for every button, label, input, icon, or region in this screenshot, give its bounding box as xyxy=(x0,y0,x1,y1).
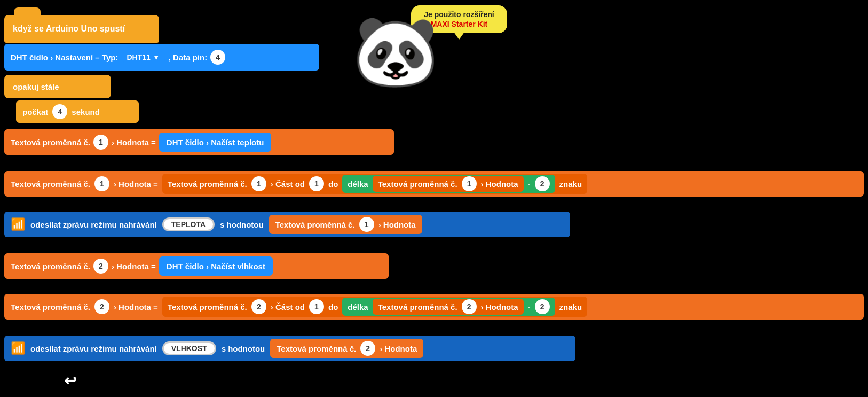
row2-green-prefix: délka xyxy=(348,180,368,189)
row5-suffix: znaku xyxy=(559,302,582,312)
row2-inner-num: 1 xyxy=(251,176,266,191)
row3-var-arrow: › Hodnota xyxy=(378,220,416,229)
row6-var-num: 2 xyxy=(360,341,375,356)
row4-dht-btn[interactable]: DHT čidlo › Načíst vlhkost xyxy=(159,256,273,276)
row1-arrow: › Hodnota = xyxy=(112,138,156,147)
row5-inner: Textová proměnná č. 2 › Část od 1 do dél… xyxy=(162,297,587,317)
row3-prefix: odesílat zprávu režimu nahrávání xyxy=(30,220,157,229)
row5-green-block: délka Textová proměnná č. 2 › Hodnota - … xyxy=(342,298,555,316)
row5-cast-label: › Část od xyxy=(271,302,305,312)
row4-arrow: › Hodnota = xyxy=(112,262,156,271)
row1-block[interactable]: Textová proměnná č. 1 › Hodnota = DHT či… xyxy=(4,129,394,155)
when-block[interactable]: když se Arduino Uno spustí xyxy=(4,15,159,43)
row5-val1: 1 xyxy=(309,299,324,314)
wait-block[interactable]: počkat 4 sekund xyxy=(16,100,139,123)
row6-var-prefix: Textová proměnná č. xyxy=(277,344,356,353)
dht-setup-content: DHT čidlo › Nastavení – Typ: DHT11 ▼ , D… xyxy=(11,50,225,65)
row6-prefix: odesílat zprávu režimu nahrávání xyxy=(30,344,157,353)
row2-val2: 2 xyxy=(535,176,550,191)
wifi-icon-2: 📶 xyxy=(11,341,25,355)
wait-label-start: počkat xyxy=(22,107,48,116)
row6-var-arrow: › Hodnota xyxy=(380,344,417,353)
return-arrow: ↩ xyxy=(64,372,76,390)
row4-num: 2 xyxy=(93,259,108,274)
row4-dht-label: DHT čidlo › Načíst vlhkost xyxy=(167,262,265,271)
row2-green-inner-label: Textová proměnná č. xyxy=(378,180,457,189)
row2-arrow1: › Hodnota = xyxy=(114,180,158,189)
row5-num1: 2 xyxy=(94,299,109,314)
row5-prefix: Textová proměnná č. xyxy=(11,302,90,312)
row1-num: 1 xyxy=(93,135,108,150)
row5-green-arrow: › Hodnota xyxy=(481,302,518,312)
row2-prefix: Textová proměnná č. xyxy=(11,180,90,189)
row5-inner-num: 2 xyxy=(251,299,266,314)
row5-inner-prefix: Textová proměnná č. xyxy=(168,302,247,312)
row2-green-num: 1 xyxy=(462,176,477,191)
dht-type-dropdown[interactable]: DHT11 ▼ xyxy=(121,51,165,63)
row2-num1: 1 xyxy=(94,176,109,191)
row2-inner: Textová proměnná č. 1 › Část od 1 do dél… xyxy=(162,174,587,194)
row2-green-arrow: › Hodnota xyxy=(481,180,518,189)
row2-do-label: do xyxy=(328,180,338,189)
row5-arrow1: › Hodnota = xyxy=(114,302,158,312)
chevron-down-icon: ▼ xyxy=(153,53,160,61)
wait-label-end: sekund xyxy=(72,107,100,116)
when-block-label: když se Arduino Uno spustí xyxy=(13,24,125,34)
row2-cast-label: › Část od xyxy=(271,180,305,189)
row6-middle: s hodnotou xyxy=(222,344,265,353)
row5-green-num: 2 xyxy=(462,299,477,314)
row2-val1: 1 xyxy=(309,176,324,191)
row5-green-inner-label: Textová proměnná č. xyxy=(378,302,457,312)
data-pin-value: 4 xyxy=(210,50,225,65)
panda-character: 🐼 xyxy=(352,16,439,85)
row1-prefix: Textová proměnná č. xyxy=(11,138,90,147)
row2-suffix: znaku xyxy=(559,180,582,189)
row3-topic: TEPLOTA xyxy=(162,217,215,231)
row2-green-block: délka Textová proměnná č. 1 › Hodnota - … xyxy=(342,175,555,193)
row2-green-inner: Textová proměnná č. 1 › Hodnota xyxy=(373,176,524,192)
row5-green-inner: Textová proměnná č. 2 › Hodnota xyxy=(373,299,524,315)
row3-var-num: 1 xyxy=(359,217,374,232)
row3-middle: s hodnotou xyxy=(220,220,264,229)
wait-value[interactable]: 4 xyxy=(52,104,67,119)
row2-minus: - xyxy=(528,180,531,189)
dht-setup-prefix: DHT čidlo › Nastavení – Typ: xyxy=(11,53,118,62)
row6-var-block: Textová proměnná č. 2 › Hodnota xyxy=(270,339,423,358)
row3-var-block: Textová proměnná č. 1 › Hodnota xyxy=(269,215,422,234)
loop-block[interactable]: opakuj stále xyxy=(4,75,111,98)
row5-val2: 2 xyxy=(535,299,550,314)
row5-minus: - xyxy=(528,302,531,312)
row3-var-prefix: Textová proměnná č. xyxy=(275,220,355,229)
row2-inner-prefix: Textová proměnná č. xyxy=(168,180,247,189)
row1-dht-label: DHT čidlo › Načíst teplotu xyxy=(167,138,264,147)
speech-bubble-line2: MAXI Starter Kit xyxy=(431,20,488,28)
row4-prefix: Textová proměnná č. xyxy=(11,262,90,271)
loop-label: opakuj stále xyxy=(13,82,59,91)
row5-green-prefix: délka xyxy=(348,302,368,312)
data-pin-label: , Data pin: xyxy=(169,53,208,62)
row5-do-label: do xyxy=(328,302,338,312)
row6-block[interactable]: 📶 odesílat zprávu režimu nahrávání VLHKO… xyxy=(4,336,575,361)
row3-block[interactable]: 📶 odesílat zprávu režimu nahrávání TEPLO… xyxy=(4,212,570,237)
row5-block[interactable]: Textová proměnná č. 2 › Hodnota = Textov… xyxy=(4,294,864,320)
row6-topic: VLHKOST xyxy=(162,341,216,355)
row2-block[interactable]: Textová proměnná č. 1 › Hodnota = Textov… xyxy=(4,171,864,197)
dht-type-value: DHT11 xyxy=(127,53,150,61)
row1-dht-btn[interactable]: DHT čidlo › Načíst teplotu xyxy=(159,133,272,152)
dht-setup-block[interactable]: DHT čidlo › Nastavení – Typ: DHT11 ▼ , D… xyxy=(4,44,319,71)
wifi-icon: 📶 xyxy=(11,217,25,231)
row4-block[interactable]: Textová proměnná č. 2 › Hodnota = DHT či… xyxy=(4,253,389,279)
